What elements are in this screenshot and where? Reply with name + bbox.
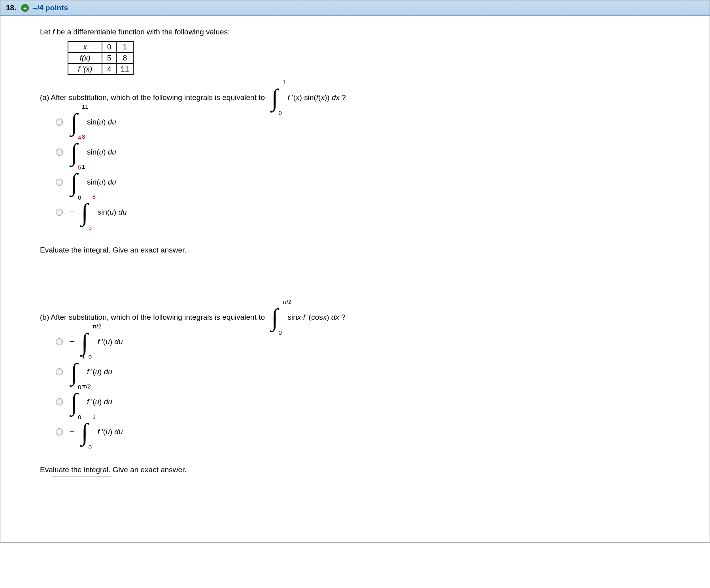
choice-integral: ∫85sin(u) du	[71, 145, 116, 159]
choice-integral: ∫10sin(u) du	[71, 175, 116, 189]
negative-sign: −	[69, 206, 75, 218]
table-row: f '(x) 4 11	[68, 64, 133, 75]
choice-row: −∫85sin(u) du	[56, 198, 710, 226]
choice-row: ∫π/20f '(u) du	[56, 388, 710, 416]
table-row: x 0 1	[68, 41, 133, 53]
lower-limit: 0	[279, 111, 282, 115]
choices-a: ∫114sin(u) du∫85sin(u) du∫10sin(u) du−∫8…	[56, 108, 710, 226]
radio-button[interactable]	[56, 368, 63, 375]
choice-integral: ∫π/20f '(u) du	[71, 395, 112, 409]
evaluate-prompt-a: Evaluate the integral. Give an exact ans…	[40, 246, 710, 254]
integrand: sin(u) du	[98, 208, 127, 217]
main-integral-b: ∫ π/2 0 sinx·f '(cosx) dx ?	[272, 311, 346, 324]
lower-limit: 0	[89, 446, 92, 449]
lower-limit: 5	[78, 166, 81, 169]
integrand: sin(u) du	[87, 148, 116, 156]
radio-button[interactable]	[56, 338, 63, 345]
upper-limit: 1	[283, 81, 286, 84]
evaluate-prompt-b: Evaluate the integral. Give an exact ans…	[40, 466, 710, 474]
lower-limit: 0	[89, 356, 92, 359]
answer-input-b[interactable]	[52, 477, 111, 503]
upper-limit: π/2	[82, 385, 91, 388]
radio-button[interactable]	[56, 209, 63, 216]
cell: 8	[116, 53, 133, 64]
integrand: f '(u) du	[98, 428, 123, 436]
upper-limit: 1	[93, 415, 96, 418]
choice-row: ∫114sin(u) du	[56, 108, 710, 136]
choice-integral: ∫π/20f '(u) du	[81, 335, 123, 349]
radio-button[interactable]	[56, 179, 63, 186]
integrand: sin(u) du	[87, 178, 116, 187]
part-a-prompt: (a) After substitution, which of the fol…	[40, 91, 710, 104]
lower-limit: 0	[279, 331, 282, 334]
values-table: x 0 1 f(x) 5 8 f '(x) 4 11	[68, 41, 134, 75]
upper-limit: π/2	[283, 300, 292, 303]
question-header: 18. + –/4 points	[0, 0, 710, 16]
table-row: f(x) 5 8	[68, 53, 133, 64]
upper-limit: 8	[93, 195, 96, 198]
radio-button[interactable]	[56, 119, 63, 126]
negative-sign: −	[69, 336, 75, 348]
lower-limit: 0	[78, 416, 81, 419]
radio-button[interactable]	[56, 149, 63, 156]
cell: 11	[116, 64, 133, 75]
negative-sign: −	[69, 426, 75, 438]
choice-row: −∫10f '(u) du	[56, 418, 710, 446]
choice-row: ∫85sin(u) du	[56, 138, 710, 166]
choices-b: −∫π/20f '(u) du∫10f '(u) du∫π/20f '(u) d…	[56, 328, 710, 446]
integrand: f '(u) du	[87, 368, 112, 376]
integrand: sin(u) du	[87, 118, 116, 126]
choice-row: −∫π/20f '(u) du	[56, 328, 710, 356]
answer-input-a[interactable]	[52, 257, 111, 283]
lower-limit: 0	[78, 196, 81, 199]
cell: 4	[102, 64, 116, 75]
upper-limit: π/2	[93, 325, 102, 328]
prompt-text: After substitution, which of the followi…	[51, 93, 265, 102]
cell: 5	[102, 53, 116, 64]
upper-limit: 8	[82, 135, 85, 138]
choice-integral: ∫10f '(u) du	[81, 425, 123, 439]
cell: x	[83, 43, 87, 51]
intro-text: Let f be a differentiable function with …	[40, 28, 710, 36]
points-label: –/4 points	[33, 4, 68, 12]
choice-integral: ∫85sin(u) du	[81, 205, 127, 219]
integrand: f '(u) du	[98, 337, 123, 346]
part-label: (a)	[40, 93, 49, 102]
part-b-prompt: (b) After substitution, which of the fol…	[40, 311, 710, 324]
radio-button[interactable]	[56, 428, 63, 435]
integrand: f '(u) du	[87, 398, 112, 406]
choice-integral: ∫114sin(u) du	[71, 115, 116, 129]
lower-limit: 5	[89, 226, 92, 229]
lower-limit: 0	[78, 386, 81, 389]
choice-row: ∫10f '(u) du	[56, 358, 710, 386]
upper-limit: 1	[82, 165, 85, 168]
question-container: 18. + –/4 points Let f be a differentiab…	[0, 0, 710, 543]
lower-limit: 4	[78, 136, 81, 139]
cell: 1	[116, 41, 133, 53]
upper-limit: 1	[82, 355, 85, 358]
prompt-text: After substitution, which of the followi…	[51, 313, 265, 322]
main-integral-a: ∫ 1 0 f '(x)·sin(f(x)) dx ?	[272, 91, 346, 104]
cell: 0	[102, 41, 116, 53]
expand-icon[interactable]: +	[21, 4, 29, 12]
upper-limit: 11	[82, 105, 89, 108]
part-label: (b)	[40, 313, 49, 322]
question-body: Let f be a differentiable function with …	[0, 16, 710, 542]
choice-row: ∫10sin(u) du	[56, 168, 710, 196]
radio-button[interactable]	[56, 398, 63, 405]
choice-integral: ∫10f '(u) du	[71, 365, 112, 379]
question-number: 18.	[6, 4, 16, 12]
